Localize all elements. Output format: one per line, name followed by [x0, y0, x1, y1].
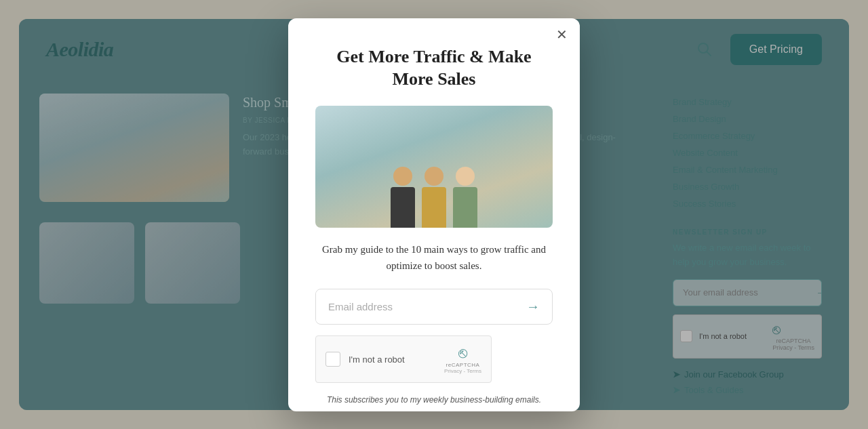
modal-subtitle: Grab my guide to the 10 main ways to gro… — [315, 241, 553, 274]
person-2 — [422, 167, 446, 228]
person-1-body — [391, 187, 415, 228]
recaptcha-logo-icon: ⎋ — [444, 344, 481, 362]
person-2-body — [422, 187, 446, 228]
modal-image — [315, 106, 553, 228]
modal-recaptcha: I'm not a robot ⎋ reCAPTCHA Privacy - Te… — [315, 335, 492, 383]
modal-recaptcha-logo: ⎋ reCAPTCHA Privacy - Terms — [444, 344, 481, 374]
modal-email-wrap: → — [315, 289, 553, 325]
people-illustration — [391, 167, 477, 228]
person-1-head — [393, 167, 412, 186]
person-2-head — [425, 167, 443, 186]
modal-title: Get More Traffic & Make More Sales — [315, 45, 553, 91]
modal-recaptcha-checkbox[interactable] — [326, 352, 340, 367]
person-3 — [453, 167, 477, 228]
person-3-body — [453, 187, 477, 228]
modal-backdrop[interactable]: ✕ Get More Traffic & Make More Sales — [0, 0, 868, 429]
person-3-head — [456, 167, 475, 186]
modal-email-input[interactable] — [316, 291, 514, 322]
modal-recaptcha-label: I'm not a robot — [349, 354, 405, 365]
recaptcha-privacy-terms: Privacy - Terms — [444, 368, 481, 374]
modal-dialog: ✕ Get More Traffic & Make More Sales — [288, 18, 580, 411]
person-1 — [391, 167, 415, 228]
recaptcha-brand: reCAPTCHA — [444, 362, 481, 368]
modal-close-button[interactable]: ✕ — [556, 28, 568, 41]
modal-disclaimer: This subscribes you to my weekly busines… — [315, 394, 553, 406]
modal-email-submit-button[interactable]: → — [514, 289, 552, 324]
